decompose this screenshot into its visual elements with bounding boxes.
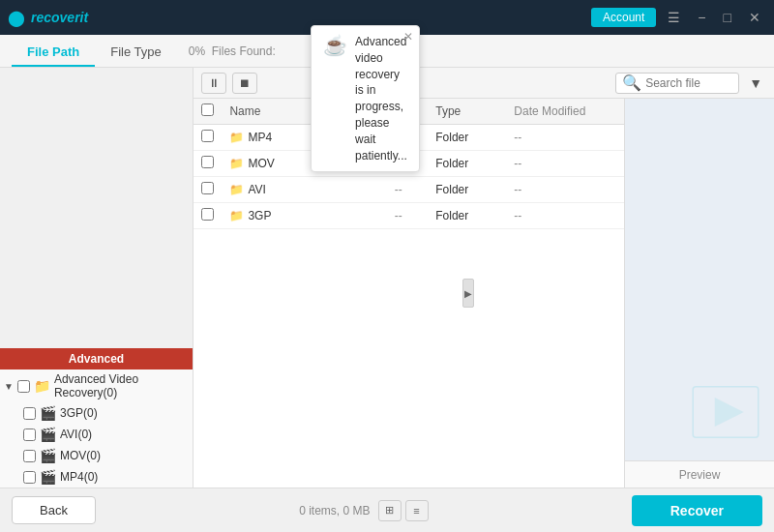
status-text: 0 items, 0 MB	[299, 504, 370, 517]
row-date-3: --	[506, 203, 624, 229]
title-bar-controls: Account ☰ − □ ✕	[591, 8, 766, 27]
tree-child-item-mp4: 🎬 MP4(0)	[0, 466, 193, 488]
search-input[interactable]	[645, 76, 732, 90]
toast-notification: ☕ Advanced video recovery is in progress…	[311, 25, 420, 172]
row-checkbox-3[interactable]	[201, 208, 214, 221]
preview-watermark	[687, 383, 764, 441]
recover-button[interactable]: Recover	[632, 495, 762, 526]
tree-video-icon-avi: 🎬	[40, 427, 56, 442]
col-type-header: Type	[428, 99, 506, 125]
table-row: 📁AVI -- Folder --	[194, 177, 624, 203]
preview-area	[625, 99, 774, 460]
row-checkbox-0[interactable]	[201, 130, 214, 142]
minimize-button[interactable]: −	[692, 8, 711, 27]
tab-file-type[interactable]: File Type	[95, 39, 177, 67]
app-title: recoverit	[31, 10, 88, 25]
tree-child-label-mp4: MP4(0)	[60, 470, 98, 484]
svg-marker-1	[715, 398, 744, 427]
row-size-2: --	[369, 177, 428, 203]
row-type-3: Folder	[428, 203, 506, 229]
list-view-button[interactable]: ≡	[405, 500, 429, 521]
col-date-header: Date Modified	[506, 99, 624, 125]
file-toolbar: ⏸ ⏹ 🔍 ▼	[194, 68, 774, 99]
toast-icon: ☕	[323, 34, 347, 57]
filter-button[interactable]: ▼	[745, 75, 766, 91]
select-all-checkbox[interactable]	[201, 103, 214, 116]
row-name-2: 📁AVI	[222, 177, 369, 203]
tree-root-item: ▼ 📁 Advanced Video Recovery(0)	[0, 369, 193, 402]
tree-child-checkbox-3gp[interactable]	[23, 407, 36, 420]
title-bar: ⬤ recoverit ☕ Advanced video recovery is…	[0, 0, 774, 35]
app-logo-icon: ⬤	[8, 9, 25, 27]
tree-video-icon-3gp: 🎬	[40, 405, 56, 421]
tree-video-icon-mp4: 🎬	[40, 469, 56, 485]
bottom-bar: Back 0 items, 0 MB ⊞ ≡ Recover	[0, 488, 774, 532]
tree-child-item-3gp: 🎬 3GP(0)	[0, 402, 193, 424]
tree-child-item-avi: 🎬 AVI(0)	[0, 424, 193, 445]
tab-file-path[interactable]: File Path	[12, 39, 95, 67]
tree-child-label-3gp: 3GP(0)	[60, 406, 98, 420]
search-icon: 🔍	[622, 74, 641, 92]
progress-indicator: 0% Files Found:	[189, 44, 276, 58]
back-button[interactable]: Back	[12, 496, 96, 524]
tree-root-label: Advanced Video Recovery(0)	[54, 372, 185, 399]
row-date-0: --	[506, 125, 624, 151]
row-date-2: --	[506, 177, 624, 203]
tree-folder-icon: 📁	[34, 378, 50, 394]
tree-child-checkbox-mp4[interactable]	[23, 471, 36, 484]
tree-child-item-mov: 🎬 MOV(0)	[0, 445, 193, 466]
account-button[interactable]: Account	[591, 8, 656, 27]
table-row: 📁3GP -- Folder --	[194, 203, 624, 229]
toast-close-button[interactable]: ✕	[403, 30, 413, 44]
preview-panel: Preview	[624, 99, 774, 488]
view-icons: ⊞ ≡	[378, 500, 429, 521]
menu-button[interactable]: ☰	[662, 8, 686, 27]
preview-label: Preview	[625, 460, 774, 488]
search-bar: 🔍	[615, 73, 739, 94]
tree-root-checkbox[interactable]	[17, 380, 30, 393]
tree-video-icon-mov: 🎬	[40, 448, 56, 463]
file-table-container: Name Size Type Date Modified 📁MP4 -- Fol…	[194, 99, 774, 488]
toast-message: Advanced video recovery is in progress, …	[355, 34, 407, 163]
tree-child-checkbox-avi[interactable]	[23, 429, 36, 441]
row-checkbox-1[interactable]	[201, 156, 214, 168]
left-panel: Advanced ▼ 📁 Advanced Video Recovery(0) …	[0, 68, 194, 488]
row-type-1: Folder	[428, 151, 506, 177]
collapse-handle[interactable]: ▶	[462, 279, 474, 308]
row-checkbox-2[interactable]	[201, 182, 214, 194]
advanced-section-header: Advanced	[0, 348, 193, 369]
col-checkbox	[194, 99, 222, 125]
maximize-button[interactable]: □	[718, 8, 737, 27]
tree-child-label-avi: AVI(0)	[60, 428, 92, 441]
row-name-3: 📁3GP	[222, 203, 369, 229]
right-area: ⏸ ⏹ 🔍 ▼ Name Size Type Date M	[194, 68, 774, 488]
drive-list-area	[0, 68, 193, 348]
stop-button[interactable]: ⏹	[232, 73, 257, 94]
close-button[interactable]: ✕	[743, 8, 766, 27]
tree-expand-icon[interactable]: ▼	[4, 381, 14, 392]
tree-child-label-mov: MOV(0)	[60, 449, 101, 462]
row-date-1: --	[506, 151, 624, 177]
title-bar-left: ⬤ recoverit	[8, 9, 88, 27]
tree-child-checkbox-mov[interactable]	[23, 450, 36, 462]
row-type-0: Folder	[428, 125, 506, 151]
row-size-3: --	[369, 203, 428, 229]
row-type-2: Folder	[428, 177, 506, 203]
grid-view-button[interactable]: ⊞	[378, 500, 402, 521]
pause-button[interactable]: ⏸	[201, 73, 226, 94]
advanced-section: Advanced ▼ 📁 Advanced Video Recovery(0) …	[0, 348, 193, 488]
